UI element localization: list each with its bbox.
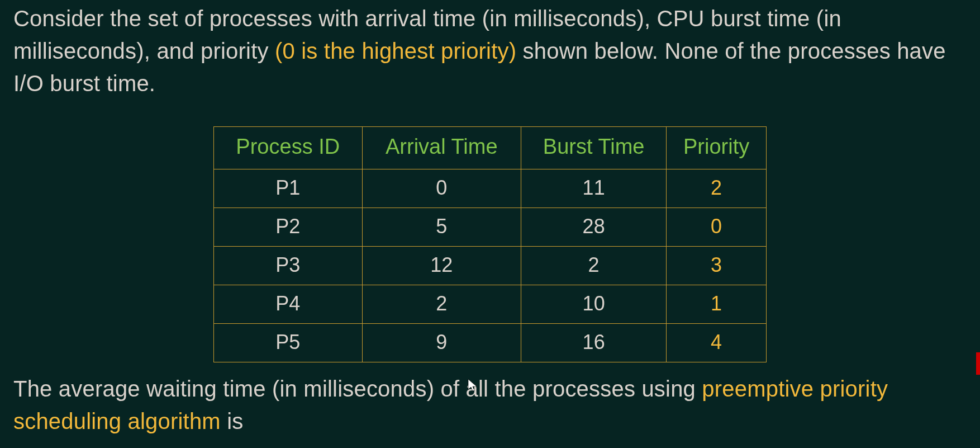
cell-arrival: 9 xyxy=(362,324,521,362)
cell-burst: 10 xyxy=(521,285,667,324)
question-intro: Consider the set of processes with arriv… xyxy=(13,2,967,100)
cell-priority: 4 xyxy=(667,324,767,362)
table-row: P4 2 10 1 xyxy=(214,285,767,324)
cell-arrival: 12 xyxy=(362,247,521,285)
cell-process-id: P5 xyxy=(214,324,363,362)
outro-text-1: The average waiting time (in millisecond… xyxy=(13,376,702,401)
slide: Consider the set of processes with arriv… xyxy=(0,0,980,448)
cell-priority: 2 xyxy=(667,169,767,208)
cell-process-id: P3 xyxy=(214,247,363,285)
cell-burst: 16 xyxy=(521,324,667,362)
cell-arrival: 2 xyxy=(362,285,521,324)
edge-marker xyxy=(976,352,980,375)
cell-process-id: P4 xyxy=(214,285,363,324)
cell-priority: 1 xyxy=(667,285,767,324)
table-row: P5 9 16 4 xyxy=(214,324,767,362)
intro-highlight: (0 is the highest priority) xyxy=(275,39,516,63)
cell-priority: 0 xyxy=(667,208,767,247)
table-row: P3 12 2 3 xyxy=(214,247,767,285)
cell-priority: 3 xyxy=(667,247,767,285)
cell-burst: 2 xyxy=(521,247,667,285)
cell-burst: 28 xyxy=(521,208,667,247)
cell-arrival: 5 xyxy=(362,208,521,247)
table-row: P2 5 28 0 xyxy=(214,208,767,247)
process-table: Process ID Arrival Time Burst Time Prior… xyxy=(213,126,767,362)
process-table-wrap: Process ID Arrival Time Burst Time Prior… xyxy=(13,126,967,362)
col-arrival-time: Arrival Time xyxy=(362,127,521,169)
table-row: P1 0 11 2 xyxy=(214,169,767,208)
cell-burst: 11 xyxy=(521,169,667,208)
outro-text-2: is xyxy=(221,409,244,433)
col-burst-time: Burst Time xyxy=(521,127,667,169)
table-header-row: Process ID Arrival Time Burst Time Prior… xyxy=(214,127,767,169)
col-process-id: Process ID xyxy=(214,127,363,169)
cell-arrival: 0 xyxy=(362,169,521,208)
question-outro: The average waiting time (in millisecond… xyxy=(13,372,967,437)
col-priority: Priority xyxy=(667,127,767,169)
cell-process-id: P2 xyxy=(214,208,363,247)
cell-process-id: P1 xyxy=(214,169,363,208)
